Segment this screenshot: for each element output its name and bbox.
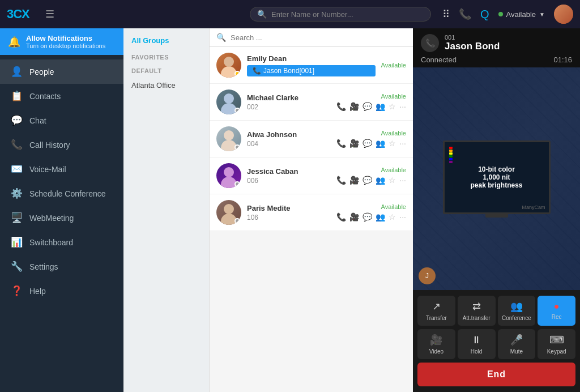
video-action-michael[interactable]: 🎥 (349, 102, 359, 111)
user-avatar[interactable] (554, 5, 573, 24)
call-action-aiwa[interactable]: 📞 (336, 139, 346, 148)
schedule-icon: ⚙️ (10, 188, 23, 199)
contact-item-michael[interactable]: Michael Clarke 002 Available 📞 🎥 💬 👥 ☆ ·… (210, 84, 413, 121)
notification-banner[interactable]: 🔔 Allow Notifications Turn on desktop no… (0, 28, 123, 55)
sidebar-item-call-history[interactable]: 📞 Call History (0, 133, 123, 157)
sidebar-item-switchboard[interactable]: 📊 Switchboard (0, 230, 123, 254)
conference-button[interactable]: 👥 Conference (498, 296, 536, 326)
grid-icon[interactable]: ⠿ (442, 8, 450, 20)
star-action-aiwa[interactable]: ☆ (389, 139, 396, 148)
topbar-search-input[interactable] (271, 10, 424, 19)
video-action-paris[interactable]: 🎥 (349, 212, 359, 221)
hamburger-icon[interactable]: ☰ (41, 6, 59, 23)
video-action-jessica[interactable]: 🎥 (349, 176, 359, 185)
call-panel: 📞 001 Jason Bond Connected 01:16 10-bit … (413, 28, 580, 392)
chat-action-paris[interactable]: 💬 (362, 212, 372, 221)
monitor-brand: ManyCam (522, 204, 545, 210)
status-selector[interactable]: Available ▼ (498, 10, 545, 19)
sidebar-label-voicemail: Voice-Mail (29, 165, 66, 174)
status-dot-aiwa (234, 144, 240, 150)
contacts-search-input[interactable] (231, 33, 406, 42)
contact-item-aiwa[interactable]: Aiwa Johnson 004 Available 📞 🎥 💬 👥 ☆ ··· (210, 121, 413, 157)
sidebar-item-voicemail[interactable]: ✉️ Voice-Mail (0, 157, 123, 181)
chat-action-jessica[interactable]: 💬 (362, 176, 372, 185)
contact-ext-aiwa: 004 (247, 140, 331, 148)
star-action-paris[interactable]: ☆ (389, 212, 396, 221)
transfer-icon: ↗ (432, 300, 441, 313)
contact-ext-jessica: 006 (247, 177, 331, 185)
sidebar-label-webmeeting: WebMeeting (29, 214, 74, 223)
contact-item-paris[interactable]: Paris Medite 106 Available 📞 🎥 💬 👥 ☆ ··· (210, 194, 413, 231)
rec-button[interactable]: ● Rec (538, 296, 575, 326)
user-circle-icon[interactable]: Q (480, 8, 489, 21)
topbar: 3CX ☰ 🔍 ⠿ 📞 Q Available ▼ (0, 0, 580, 28)
status-dot (498, 12, 503, 16)
contact-avatar-aiwa (216, 126, 241, 151)
contact-item-jessica[interactable]: Jessica Caban 006 Available 📞 🎥 💬 👥 ☆ ··… (210, 157, 413, 194)
group-action-aiwa[interactable]: 👥 (376, 139, 385, 148)
star-action-jessica[interactable]: ☆ (389, 176, 396, 185)
all-groups-button[interactable]: All Groups (123, 28, 209, 49)
contact-name-paris: Paris Medite (247, 204, 331, 212)
sidebar-item-settings[interactable]: 🔧 Settings (0, 254, 123, 279)
more-action-jessica[interactable]: ··· (399, 176, 406, 185)
video-action-aiwa[interactable]: 🎥 (349, 139, 359, 148)
video-button[interactable]: 🎥 Video (417, 329, 455, 359)
sidebar-item-people[interactable]: 👤 People (0, 59, 123, 84)
status-dot-paris (234, 218, 240, 224)
star-action-michael[interactable]: ☆ (389, 102, 396, 111)
people-icon: 👤 (10, 66, 23, 78)
contacts-list: Emily Dean 📞 Jason Bond[001] Available (210, 47, 413, 392)
contact-actions-michael: 📞 🎥 💬 👥 ☆ ··· (336, 102, 406, 111)
rec-icon: ● (554, 301, 560, 312)
mute-button[interactable]: 🎤 Mute (498, 329, 536, 359)
call-action-paris[interactable]: 📞 (336, 212, 346, 221)
contact-avatar-michael (216, 90, 241, 114)
sidebar-item-schedule-conference[interactable]: ⚙️ Schedule Conference (0, 181, 123, 206)
phone-icon[interactable]: 📞 (459, 8, 471, 20)
call-status-row: Connected 01:16 (413, 52, 580, 67)
contact-status-aiwa: Available (381, 130, 406, 137)
contact-ext-paris: 106 (247, 214, 331, 221)
sidebar-label-switchboard: Switchboard (29, 238, 73, 247)
sidebar-item-chat[interactable]: 💬 Chat (0, 108, 123, 133)
call-video-placeholder: 10-bit color 1,000 nit peak brightness M… (413, 67, 580, 290)
chat-action-aiwa[interactable]: 💬 (362, 139, 372, 148)
call-controls-row-2: 🎥 Video ⏸ Hold 🎤 Mute ⌨ Keypad (417, 329, 575, 359)
more-action-paris[interactable]: ··· (399, 212, 406, 221)
hold-button[interactable]: ⏸ Hold (458, 329, 496, 359)
group-action-jessica[interactable]: 👥 (376, 176, 385, 185)
att-transfer-button[interactable]: ⇄ Att.transfer (458, 296, 496, 326)
sidebar-item-contacts[interactable]: 📋 Contacts (0, 84, 123, 108)
groups-panel: All Groups FAVORITES DEFAULT Atlanta Off… (123, 28, 210, 392)
contacts-search-bar: 🔍 (210, 28, 413, 47)
more-action-michael[interactable]: ··· (399, 102, 406, 111)
contact-status-jessica: Available (381, 167, 406, 173)
transfer-button[interactable]: ↗ Transfer (417, 296, 455, 326)
sidebar-label-settings: Settings (29, 262, 58, 271)
sidebar-item-help[interactable]: ❓ Help (0, 279, 123, 303)
keypad-button[interactable]: ⌨ Keypad (538, 329, 575, 359)
svg-point-3 (224, 93, 234, 104)
groups-item-atlanta[interactable]: Atlanta Office (123, 76, 209, 94)
group-action-paris[interactable]: 👥 (376, 212, 385, 221)
topbar-search-container: 🔍 (250, 7, 431, 22)
call-action-michael[interactable]: 📞 (336, 102, 346, 111)
att-transfer-icon: ⇄ (472, 300, 481, 313)
more-action-aiwa[interactable]: ··· (399, 139, 406, 148)
call-controls: ↗ Transfer ⇄ Att.transfer 👥 Conference ●… (413, 290, 580, 392)
call-action-jessica[interactable]: 📞 (336, 176, 346, 185)
svg-point-5 (224, 130, 234, 140)
phone-small-icon: 📞 (253, 67, 261, 75)
favorites-section-label: FAVORITES (123, 49, 209, 63)
sidebar-item-webmeeting[interactable]: 🖥️ WebMeeting (0, 206, 123, 230)
status-chevron: ▼ (539, 11, 545, 18)
chat-action-michael[interactable]: 💬 (362, 102, 372, 111)
mute-icon: 🎤 (510, 334, 523, 346)
contact-item-emily[interactable]: Emily Dean 📞 Jason Bond[001] Available (210, 47, 413, 84)
main-layout: 🔔 Allow Notifications Turn on desktop no… (0, 28, 580, 392)
end-call-button[interactable]: End (417, 363, 575, 386)
monitor-line1: 10-bit color (470, 165, 522, 173)
group-action-michael[interactable]: 👥 (376, 102, 385, 111)
contacts-panel: 🔍 Emily Dean 📞 (210, 28, 413, 392)
